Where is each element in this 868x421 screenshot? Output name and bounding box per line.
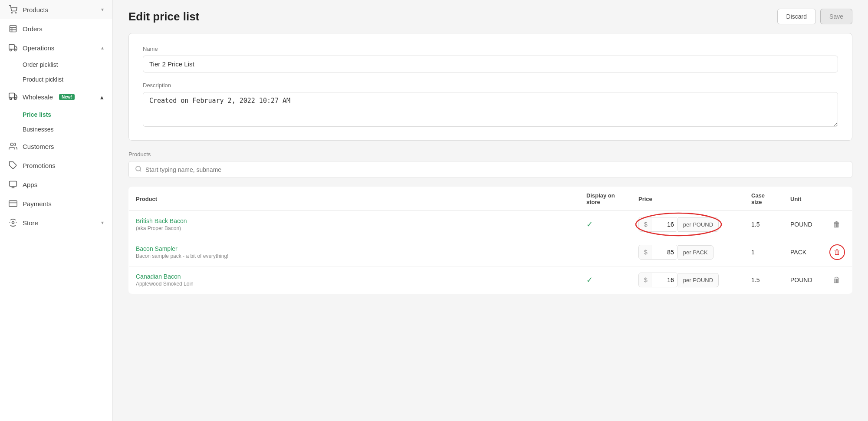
svg-point-7: [10, 49, 12, 51]
top-actions: Discard Save: [777, 9, 852, 24]
sidebar-item-promotions[interactable]: Promotions: [0, 156, 112, 175]
delete-british[interactable]: 🗑: [829, 218, 844, 231]
product-name-canadian[interactable]: Canadian Bacon: [136, 273, 572, 280]
col-display: Display on store: [579, 187, 631, 211]
svg-point-11: [14, 98, 16, 99]
sidebar: Products ▾ Orders Operations ▴ Order pic…: [0, 0, 113, 421]
price-input-canadian: $: [638, 273, 678, 287]
operations-icon: [9, 43, 17, 52]
sidebar-item-apps[interactable]: Apps: [0, 175, 112, 194]
discard-button[interactable]: Discard: [777, 9, 816, 24]
sidebar-sub-order-picklist: Order picklist Product picklist: [0, 57, 112, 87]
col-unit: Unit: [783, 187, 822, 211]
payments-icon: [9, 199, 17, 208]
table-row: Bacon Sampler Bacon sample pack - a bit …: [129, 238, 852, 266]
table-row: British Back Bacon (aka Proper Bacon) ✓ …: [129, 211, 852, 238]
name-label: Name: [143, 46, 838, 52]
sidebar-item-orders-label: Orders: [23, 25, 104, 33]
case-size-sampler: 1: [744, 238, 783, 266]
businesses-label: Businesses: [23, 126, 54, 133]
products-section: Products Product Display on store Price …: [128, 151, 852, 294]
sidebar-item-businesses[interactable]: Businesses: [23, 122, 112, 137]
case-size-canadian: 1.5: [744, 266, 783, 294]
product-search-wrap[interactable]: [128, 161, 852, 178]
customers-icon: [9, 142, 17, 151]
price-cell-sampler: $ per PACK: [638, 245, 713, 260]
sidebar-item-price-lists[interactable]: Price lists: [23, 107, 112, 122]
svg-point-1: [16, 13, 16, 13]
description-field-group: Description Created on February 2, 2022 …: [143, 82, 838, 128]
promotions-icon: [9, 161, 17, 170]
delete-canadian[interactable]: 🗑: [829, 274, 844, 286]
description-input[interactable]: Created on February 2, 2022 10:27 AM: [143, 92, 838, 127]
save-button[interactable]: Save: [820, 9, 852, 24]
per-unit-canadian: per POUND: [678, 273, 719, 287]
svg-point-19: [12, 222, 14, 224]
sidebar-item-wholesale[interactable]: Wholesale New! ▴: [0, 87, 112, 107]
delete-sampler-circle[interactable]: 🗑: [829, 244, 845, 260]
svg-point-0: [12, 13, 13, 13]
sidebar-item-operations-label: Operations: [23, 44, 96, 52]
sidebar-item-product-picklist[interactable]: Product picklist: [23, 72, 112, 87]
table-row: Canadian Bacon Applewood Smoked Loin ✓ $…: [129, 266, 852, 294]
sidebar-item-products-label: Products: [23, 6, 96, 13]
sidebar-item-products[interactable]: Products ▾: [0, 0, 112, 19]
display-empty-sampler: [579, 238, 631, 266]
wholesale-label: Wholesale: [23, 93, 53, 101]
col-product: Product: [129, 187, 580, 211]
case-size-british: 1.5: [744, 211, 783, 238]
price-cell-canadian: $ per POUND: [638, 273, 719, 287]
sidebar-item-store-label: Store: [23, 219, 96, 227]
svg-rect-17: [9, 201, 17, 206]
store-icon: [9, 218, 17, 227]
sidebar-item-customers[interactable]: Customers: [0, 137, 112, 156]
product-sub-british: (aka Proper Bacon): [136, 225, 572, 231]
sidebar-item-operations[interactable]: Operations ▴: [0, 38, 112, 57]
unit-sampler: PACK: [783, 238, 822, 266]
product-name-british[interactable]: British Back Bacon: [136, 217, 572, 224]
price-cell-british: $ per POUND: [638, 217, 719, 232]
wholesale-chevron-up: ▴: [100, 93, 104, 101]
sidebar-item-apps-label: Apps: [23, 181, 104, 188]
page-title: Edit price list: [128, 10, 199, 23]
description-label: Description: [143, 82, 838, 89]
order-picklist-label: Order picklist: [23, 61, 58, 68]
sidebar-item-store[interactable]: Store ▾: [0, 213, 112, 232]
svg-line-21: [140, 170, 141, 171]
display-check-canadian: ✓: [586, 276, 593, 284]
products-section-label: Products: [128, 151, 852, 158]
sidebar-item-customers-label: Customers: [23, 143, 104, 150]
per-unit-british: per POUND: [678, 217, 719, 232]
sidebar-item-payments[interactable]: Payments: [0, 194, 112, 213]
sidebar-wholesale-sub: Price lists Businesses: [0, 107, 112, 137]
product-table: Product Display on store Price Case size…: [128, 187, 852, 294]
sidebar-item-orders[interactable]: Orders: [0, 19, 112, 38]
price-value-canadian[interactable]: [651, 273, 677, 287]
cart-icon: [9, 5, 17, 14]
sidebar-item-promotions-label: Promotions: [23, 162, 104, 169]
name-input[interactable]: [143, 56, 838, 72]
product-name-sampler[interactable]: Bacon Sampler: [136, 245, 572, 252]
svg-point-8: [14, 49, 16, 51]
search-input[interactable]: [145, 166, 846, 173]
search-icon: [135, 165, 142, 174]
chevron-down-icon: ▾: [101, 7, 104, 13]
per-unit-sampler: per PACK: [678, 245, 713, 260]
price-value-sampler[interactable]: [651, 245, 677, 259]
new-badge: New!: [59, 94, 75, 100]
unit-canadian: POUND: [783, 266, 822, 294]
price-value-british[interactable]: [651, 217, 677, 231]
display-check-british: ✓: [586, 220, 593, 229]
main-content: Edit price list Discard Save Name Descri…: [113, 0, 868, 421]
svg-point-20: [136, 166, 141, 171]
product-picklist-label: Product picklist: [23, 76, 63, 83]
store-chevron-down: ▾: [101, 220, 104, 226]
chevron-up-icon: ▴: [101, 45, 104, 51]
sidebar-item-payments-label: Payments: [23, 200, 104, 207]
form-card: Name Description Created on February 2, …: [128, 33, 852, 141]
price-lists-label: Price lists: [23, 111, 51, 118]
price-input-sampler: $: [638, 245, 678, 260]
svg-point-10: [10, 98, 12, 99]
sidebar-item-order-picklist[interactable]: Order picklist: [23, 57, 112, 72]
product-sub-canadian: Applewood Smoked Loin: [136, 281, 572, 287]
